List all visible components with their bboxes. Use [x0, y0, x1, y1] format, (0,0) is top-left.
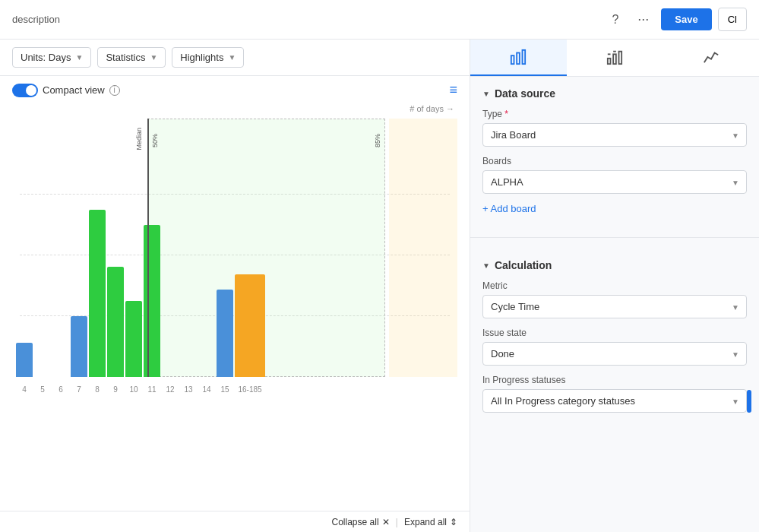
in-progress-select[interactable]: All In Progress category statuses: [482, 389, 747, 413]
bar-group-10: [125, 301, 142, 377]
units-chevron-icon: ▼: [75, 53, 83, 62]
bar-group-13: [180, 376, 197, 377]
svg-rect-3: [608, 59, 611, 64]
calculation-section: ▼ Calculation Metric Cycle Time ▼ Issue …: [470, 249, 759, 432]
collapse-all-button[interactable]: Collapse all ✕: [332, 517, 390, 527]
calculation-title: Calculation: [495, 259, 552, 271]
x-tick-7: 7: [71, 385, 87, 394]
add-board-button[interactable]: + Add board: [482, 203, 536, 214]
boards-label: Boards: [482, 156, 747, 166]
calculation-collapse-icon[interactable]: ▼: [482, 261, 490, 270]
bar-group-4: [16, 343, 33, 377]
x-tick-14: 14: [198, 385, 215, 394]
toggle-knob: [26, 85, 36, 96]
data-source-header: ▼ Data source: [482, 87, 747, 100]
bar-group-12: [162, 376, 179, 377]
scrollbar-track: [747, 389, 751, 413]
in-progress-label: In Progress statuses: [482, 375, 747, 385]
bar-12-empty: [162, 376, 179, 377]
compact-info-icon[interactable]: i: [109, 85, 120, 96]
data-source-section: ▼ Data source Type * Jira Board ▼ Boards…: [470, 77, 759, 234]
highlights-dropdown[interactable]: Highlights ▼: [172, 47, 244, 68]
statistics-chevron-icon: ▼: [150, 53, 157, 62]
bar-16-185: [235, 274, 265, 377]
days-label: # of days →: [410, 104, 454, 113]
type-select[interactable]: Jira Board: [482, 123, 747, 147]
compact-toggle-group: Compact view i: [12, 84, 120, 97]
collapse-x-icon: ✕: [382, 517, 390, 527]
x-tick-12: 12: [162, 385, 179, 394]
expand-chevron-icon: ⇕: [450, 517, 457, 527]
pct50-label: 50%: [151, 134, 159, 147]
main-content: Units: Days ▼ Statistics ▼ Highlights ▼ …: [0, 40, 759, 532]
metric-select-wrapper: Cycle Time ▼: [482, 295, 747, 318]
line-chart-icon: [703, 49, 719, 65]
histogram-bars: [12, 210, 457, 377]
bar-group-8: [89, 210, 106, 377]
bar-6-empty: [52, 376, 69, 377]
right-panel-tabs: [470, 40, 759, 77]
metric-label: Metric: [482, 280, 747, 291]
bottom-bar: Collapse all ✕ | Expand all ⇕: [0, 511, 470, 532]
settings-chart-icon: [606, 49, 623, 65]
tab-line-chart[interactable]: [663, 40, 759, 76]
section-divider: [470, 237, 759, 238]
bar-group-16-185: [235, 274, 265, 377]
bar-4: [16, 343, 33, 377]
tab-bar-chart[interactable]: [470, 40, 567, 76]
bar-7: [71, 316, 87, 377]
statistics-dropdown[interactable]: Statistics ▼: [97, 47, 166, 68]
left-panel: Units: Days ▼ Statistics ▼ Highlights ▼ …: [0, 40, 470, 532]
type-select-wrapper: Jira Board ▼: [482, 123, 747, 147]
type-label: Type *: [482, 109, 747, 119]
close-button[interactable]: Cl: [718, 8, 747, 31]
data-source-title: Data source: [495, 87, 555, 100]
svg-rect-2: [523, 50, 526, 64]
data-source-collapse-icon[interactable]: ▼: [482, 90, 490, 98]
bar-group-14: [198, 376, 215, 377]
bar-8: [89, 210, 106, 377]
bar-15: [217, 290, 233, 377]
description-text: description: [12, 14, 60, 25]
arrow-icon: →: [446, 104, 454, 113]
pct85-label: 85%: [374, 134, 381, 147]
save-button[interactable]: Save: [661, 8, 711, 30]
x-tick-10: 10: [125, 385, 142, 394]
bar-10: [125, 301, 142, 377]
top-bar-actions: ? ··· Save Cl: [605, 8, 747, 32]
highlights-chevron-icon: ▼: [228, 53, 236, 62]
x-tick-5: 5: [34, 385, 51, 394]
median-line: [147, 119, 149, 377]
issue-state-select[interactable]: Done: [482, 342, 747, 366]
median-label: Median: [135, 128, 143, 150]
x-tick-13: 13: [180, 385, 197, 394]
compact-view-row: Compact view i ≡: [0, 76, 470, 101]
issue-state-label: Issue state: [482, 328, 747, 338]
bar-14-empty: [198, 376, 215, 377]
svg-rect-1: [517, 53, 520, 65]
in-progress-select-wrapper: All In Progress category statuses ▼: [482, 389, 747, 413]
bar-group-5: [34, 376, 51, 377]
units-dropdown[interactable]: Units: Days ▼: [12, 47, 91, 68]
expand-all-button[interactable]: Expand all ⇕: [404, 517, 457, 527]
help-button[interactable]: ?: [605, 8, 625, 32]
boards-select[interactable]: ALPHA: [482, 170, 747, 194]
filter-icon[interactable]: ≡: [449, 82, 457, 98]
chart-toolbar: Units: Days ▼ Statistics ▼ Highlights ▼: [0, 40, 470, 76]
bar-group-7: [71, 316, 87, 377]
compact-view-toggle[interactable]: [12, 84, 38, 97]
svg-rect-0: [511, 55, 514, 64]
more-options-button[interactable]: ···: [631, 8, 655, 30]
bar-group-15: [217, 290, 233, 377]
tab-settings-chart[interactable]: [567, 40, 663, 76]
metric-select[interactable]: Cycle Time: [482, 295, 747, 318]
issue-state-select-wrapper: Done ▼: [482, 342, 747, 366]
compact-view-label: Compact view: [43, 84, 105, 96]
bar-group-6: [52, 376, 69, 377]
chart-wrapper: # of days → Median 50%: [0, 101, 470, 511]
bar-group-9: [107, 267, 124, 377]
right-panel: ▼ Data source Type * Jira Board ▼ Boards…: [470, 40, 759, 532]
x-tick-9: 9: [107, 385, 124, 394]
bar-5-empty: [34, 376, 51, 377]
scrollbar-thumb: [747, 390, 751, 413]
